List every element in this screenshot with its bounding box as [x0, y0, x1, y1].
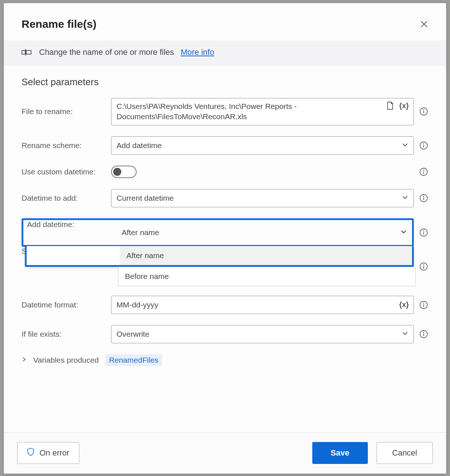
info-icon[interactable]	[419, 141, 428, 150]
label-rename-scheme: Rename scheme:	[22, 141, 111, 150]
label-file-to-rename: File to rename:	[22, 107, 111, 116]
svg-rect-0	[22, 50, 25, 54]
svg-rect-1	[26, 50, 31, 54]
row-file-to-rename: File to rename: C:\Users\PA\Reynolds Ven…	[22, 98, 428, 125]
info-icon[interactable]	[419, 193, 428, 203]
info-icon[interactable]	[419, 107, 428, 116]
chevron-right-icon	[22, 356, 27, 364]
row-datetime-format: Datetime format: MM-dd-yyyy {x}	[22, 296, 428, 314]
label-if-file-exists: If file exists:	[22, 330, 111, 339]
save-button[interactable]: Save	[312, 442, 367, 464]
option-after-name[interactable]: After name	[120, 246, 412, 265]
input-datetime-format[interactable]: MM-dd-yyyy {x}	[111, 296, 414, 314]
variable-picker-icon[interactable]: {x}	[400, 101, 408, 110]
dialog-footer: On error Save Cancel	[4, 432, 446, 473]
label-variables-produced: Variables produced	[33, 356, 99, 364]
section-title: Select parameters	[22, 76, 428, 88]
svg-point-22	[423, 303, 424, 304]
svg-point-13	[423, 196, 424, 197]
svg-rect-5	[423, 111, 424, 114]
dialog-body: Select parameters File to rename: C:\Use…	[4, 65, 446, 432]
dialog-description: Change the name of one or more files Mor…	[39, 48, 214, 57]
toggle-use-custom-datetime[interactable]	[111, 166, 137, 178]
dropdown-add-datetime: After name	[25, 246, 414, 267]
dialog-description-bar: Change the name of one or more files Mor…	[4, 41, 446, 65]
chip-renamed-files[interactable]: RenamedFiles	[105, 354, 162, 366]
chevron-down-icon	[402, 194, 408, 203]
dialog-header: Rename file(s)	[4, 3, 446, 41]
svg-rect-20	[423, 266, 424, 268]
svg-rect-23	[423, 304, 424, 307]
svg-point-25	[423, 332, 424, 333]
select-if-file-exists[interactable]: Overwrite	[111, 325, 414, 343]
option-before-name[interactable]: Before name	[118, 267, 416, 286]
row-use-custom-datetime: Use custom datetime:	[22, 166, 428, 178]
chevron-down-icon	[400, 228, 407, 237]
more-info-link[interactable]: More info	[181, 48, 214, 57]
svg-rect-17	[423, 232, 424, 234]
highlight-add-datetime: Add datetime: After name	[22, 218, 414, 247]
on-error-button[interactable]: On error	[17, 442, 79, 464]
info-icon[interactable]	[419, 228, 428, 237]
row-variables-produced[interactable]: Variables produced RenamedFiles	[22, 354, 428, 366]
svg-rect-26	[423, 333, 424, 336]
shield-icon	[27, 447, 34, 458]
label-use-custom-datetime: Use custom datetime:	[22, 167, 111, 176]
row-rename-scheme: Rename scheme: Add datetime	[22, 136, 428, 155]
rename-icon	[22, 49, 32, 56]
dialog-title: Rename file(s)	[22, 18, 96, 30]
select-datetime-to-add[interactable]: Current datetime	[111, 189, 414, 207]
chevron-down-icon	[402, 330, 408, 339]
svg-point-16	[423, 230, 424, 231]
svg-point-10	[423, 170, 424, 171]
input-file-to-rename[interactable]: C:\Users\PA\Reynolds Ventures, Inc\Power…	[111, 98, 414, 125]
select-rename-scheme[interactable]: Add datetime	[111, 136, 414, 155]
label-datetime-to-add: Datetime to add:	[22, 194, 111, 203]
select-add-datetime[interactable]: After name	[117, 220, 412, 245]
svg-point-7	[423, 143, 424, 144]
toggle-knob	[113, 168, 121, 176]
info-icon[interactable]	[419, 329, 428, 339]
svg-rect-11	[423, 171, 424, 174]
svg-rect-8	[423, 145, 424, 147]
file-picker-icon[interactable]	[386, 101, 394, 110]
label-add-datetime: Add datetime:	[23, 220, 117, 245]
row-datetime-to-add: Datetime to add: Current datetime	[22, 189, 428, 207]
close-icon[interactable]	[417, 18, 431, 32]
variable-picker-icon[interactable]: {x}	[400, 301, 408, 309]
info-icon[interactable]	[419, 300, 428, 310]
svg-point-19	[423, 264, 424, 265]
info-icon[interactable]	[419, 262, 428, 271]
svg-rect-14	[423, 197, 424, 200]
info-icon[interactable]	[419, 167, 428, 177]
row-add-datetime: Add datetime: After name	[22, 218, 428, 286]
label-datetime-format: Datetime format:	[22, 301, 111, 309]
rename-files-dialog: Rename file(s) Change the name of one or…	[4, 3, 446, 474]
svg-point-4	[423, 109, 424, 110]
cancel-button[interactable]: Cancel	[377, 442, 433, 464]
row-if-file-exists: If file exists: Overwrite	[22, 325, 428, 343]
chevron-down-icon	[402, 141, 408, 150]
